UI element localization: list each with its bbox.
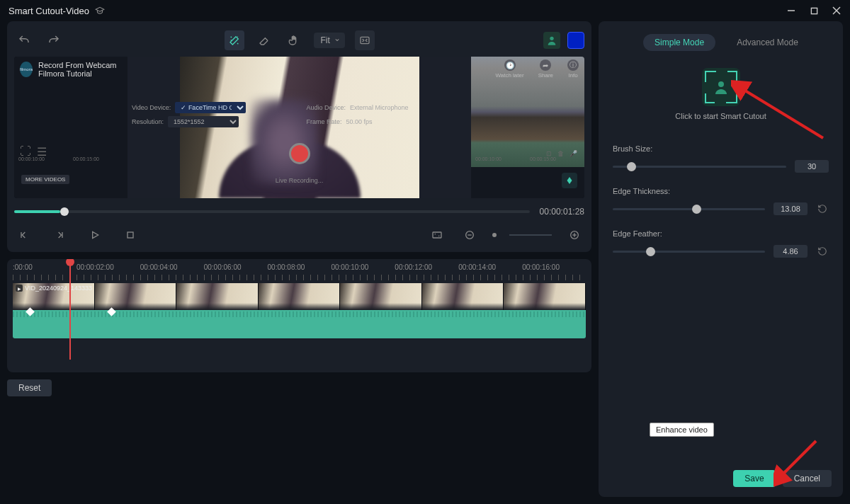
- video-device-select[interactable]: ✓ FaceTime HD CameraFaceTime HD Camera: [175, 102, 246, 113]
- tutorial-title: Record From Webcam Filmora Tutorial: [38, 61, 122, 78]
- color-swatch-icon[interactable]: [567, 32, 584, 49]
- live-recording-label: Live Recording...: [128, 177, 471, 184]
- zoom-slider-track[interactable]: [509, 234, 552, 236]
- bin-icon: 🗑: [557, 150, 564, 157]
- edge-thickness-reset[interactable]: [816, 202, 829, 215]
- record-button[interactable]: [289, 143, 310, 164]
- edge-thickness-value[interactable]: 13.08: [774, 202, 808, 215]
- svg-point-13: [718, 81, 724, 87]
- crop-icon: ⛶: [20, 145, 31, 159]
- prev-frame-button[interactable]: [14, 225, 34, 245]
- watch-later-icon[interactable]: 🕑: [504, 59, 516, 71]
- magic-wand-button[interactable]: [225, 30, 244, 50]
- filmora-diamond-icon: [562, 173, 577, 188]
- graduation-icon: [95, 6, 105, 16]
- zoom-in-button[interactable]: [565, 225, 584, 245]
- framerate-label: Frame Rate:: [307, 118, 342, 125]
- edge-feather-slider[interactable]: [613, 251, 765, 253]
- edge-feather-label: Edge Feather:: [613, 229, 829, 238]
- timeline-ruler[interactable]: :00:00 00:00:02:00 00:00:04:00 00:00:06:…: [13, 263, 586, 277]
- current-time: 00:00:01:28: [540, 207, 584, 217]
- compare-button[interactable]: [355, 30, 375, 50]
- more-videos-badge[interactable]: MORE VIDEOS: [21, 175, 69, 184]
- simple-mode-tab[interactable]: Simple Mode: [643, 34, 715, 51]
- svg-rect-7: [433, 232, 441, 238]
- advanced-mode-tab[interactable]: Advanced Mode: [737, 38, 798, 47]
- scrubber-thumb[interactable]: [60, 207, 69, 216]
- brush-size-label: Brush Size:: [613, 144, 829, 153]
- timeline-audio-track[interactable]: [13, 310, 586, 338]
- edge-feather-reset[interactable]: [816, 245, 829, 258]
- filmora-logo-icon: filmora: [20, 62, 33, 77]
- edge-feather-value[interactable]: 4.86: [774, 245, 808, 258]
- person-icon: [713, 79, 730, 96]
- cancel-button[interactable]: Cancel: [783, 470, 832, 487]
- audio-device-label: Audio Device:: [307, 104, 346, 111]
- stop-button[interactable]: [120, 225, 140, 245]
- next-frame-button[interactable]: [50, 225, 69, 245]
- app-title: Smart Cutout-Video: [8, 6, 89, 16]
- list-icon: ☰: [37, 145, 47, 159]
- smart-cutout-button[interactable]: [702, 68, 740, 106]
- maximize-button[interactable]: [809, 6, 819, 16]
- video-device-label: Video Device:: [132, 104, 171, 111]
- svg-rect-4: [361, 37, 369, 43]
- undo-button[interactable]: [14, 30, 34, 50]
- save-button[interactable]: Save: [733, 470, 775, 487]
- zoom-out-button[interactable]: [460, 225, 480, 245]
- mic-icon: 🎤: [570, 150, 577, 157]
- close-button[interactable]: [832, 6, 842, 16]
- resolution-label: Resolution:: [132, 118, 164, 125]
- timeline-clip[interactable]: ▶VID_20240924_143333: [13, 283, 586, 310]
- camera-icon: ⊡: [546, 150, 552, 157]
- zoom-fit-select[interactable]: Fit: [314, 33, 345, 48]
- redo-button[interactable]: [44, 30, 64, 50]
- edge-thickness-slider[interactable]: [613, 208, 765, 210]
- scrubber-track[interactable]: [14, 210, 530, 213]
- info-icon[interactable]: ⓘ: [567, 59, 579, 71]
- play-button[interactable]: [85, 225, 105, 245]
- hand-button[interactable]: [284, 30, 304, 50]
- svg-rect-1: [811, 8, 817, 13]
- reset-button[interactable]: Reset: [7, 379, 52, 396]
- enhance-video-tooltip: Enhance video: [650, 423, 714, 437]
- zoom-slider-dot[interactable]: [492, 233, 497, 237]
- timeline-playhead[interactable]: [69, 260, 71, 360]
- brush-size-value[interactable]: 30: [795, 160, 829, 173]
- aspect-ratio-button[interactable]: [427, 225, 447, 245]
- user-avatar-icon[interactable]: [543, 32, 560, 49]
- eraser-button[interactable]: [254, 30, 274, 50]
- svg-point-5: [550, 37, 553, 40]
- share-icon[interactable]: ➦: [540, 59, 551, 71]
- clip-name: VID_20240924_143333: [25, 285, 92, 292]
- resolution-select[interactable]: 1552*1552: [168, 116, 239, 127]
- minimize-button[interactable]: [786, 6, 796, 16]
- brush-size-slider[interactable]: [613, 166, 786, 168]
- cutout-hint: Click to start Smart Cutout: [599, 112, 843, 120]
- svg-rect-6: [128, 232, 133, 238]
- edge-thickness-label: Edge Thickness:: [613, 187, 829, 195]
- framerate-value: 50.00 fps: [346, 118, 373, 125]
- audio-device-value: External Microphone: [350, 104, 409, 111]
